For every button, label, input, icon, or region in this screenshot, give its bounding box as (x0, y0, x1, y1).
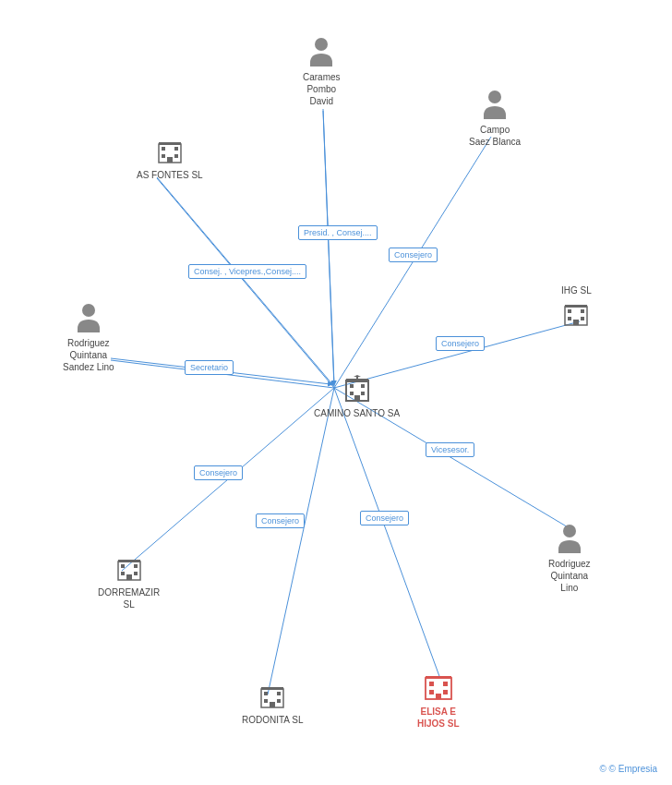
center-node-label: CAMINO SANTO SA (314, 407, 400, 419)
svg-rect-32 (568, 309, 571, 313)
building-icon-as-fontes (155, 137, 185, 166)
svg-rect-14 (350, 384, 354, 388)
node-rodonita-sl[interactable]: RODONITA SL (242, 682, 304, 726)
svg-rect-26 (174, 147, 178, 151)
svg-rect-46 (118, 560, 140, 562)
rel-box-presid-consej[interactable]: Presid. , Consej.... (298, 225, 378, 240)
building-icon-ihg (561, 299, 591, 329)
node-ihg-sl[interactable]: IHG SL (561, 282, 592, 329)
svg-rect-57 (429, 690, 434, 694)
center-building-icon (342, 375, 372, 405)
svg-rect-27 (162, 154, 165, 158)
node-dorremazir-sl[interactable]: DORREMAZIRSL (98, 554, 160, 610)
svg-rect-35 (581, 317, 584, 320)
svg-rect-41 (121, 564, 125, 568)
svg-rect-58 (443, 690, 448, 694)
svg-rect-59 (436, 694, 441, 699)
label-ihg-sl-top: IHG SL (561, 284, 592, 296)
svg-line-8 (157, 178, 334, 388)
person-icon-rodriguez-left (74, 301, 103, 334)
node-campo-saez-blanca[interactable]: CampoSaez Blanca (469, 88, 521, 148)
node-as-fontes-sl[interactable]: AS FONTES SL (137, 137, 203, 181)
label-as-fontes-sl: AS FONTES SL (137, 169, 203, 181)
center-node-camino-santo-sa[interactable]: CAMINO SANTO SA (314, 375, 400, 419)
svg-rect-49 (277, 692, 281, 695)
building-icon-rodonita (258, 682, 287, 711)
rel-box-consejero-campo[interactable]: Consejero (389, 248, 438, 262)
svg-rect-30 (159, 142, 181, 145)
svg-rect-17 (361, 392, 365, 395)
label-rodriguez-quintana-lino: RodriguezQuintanaLino (548, 558, 591, 594)
rel-box-consejero-ihg[interactable]: Consejero (436, 336, 485, 351)
svg-line-9 (323, 109, 334, 383)
watermark: © © Empresia (599, 764, 657, 774)
node-elisa-e-hijos-sl[interactable]: ELISA EHIJOS SL (417, 670, 460, 730)
rel-box-vicesecr[interactable]: Vicesesor. (426, 442, 474, 457)
svg-rect-25 (162, 147, 165, 151)
svg-rect-36 (573, 320, 579, 325)
rel-box-consej-vicepres[interactable]: Consej. , Vicepres.,Consej.... (188, 264, 306, 279)
svg-rect-56 (443, 682, 448, 686)
label-elisa-e-hijos-sl: ELISA EHIJOS SL (417, 706, 460, 730)
svg-rect-16 (350, 392, 354, 395)
svg-rect-28 (174, 154, 178, 158)
rel-box-secretario[interactable]: Secretario (185, 360, 234, 375)
svg-point-39 (563, 525, 576, 537)
person-icon-rodriguez-right (555, 522, 584, 555)
svg-rect-29 (167, 157, 173, 163)
svg-line-5 (268, 388, 334, 694)
person-icon-campo (480, 88, 510, 121)
node-rodriguez-sandez-lino[interactable]: RodriguezQuintanaSandez Lino (63, 301, 114, 373)
watermark-brand: © Empresia (609, 764, 657, 774)
building-icon-dorremazir (114, 554, 144, 584)
building-icon-elisa-orange (422, 670, 455, 703)
svg-rect-19 (346, 379, 368, 382)
svg-line-4 (334, 388, 440, 679)
svg-rect-53 (261, 687, 283, 690)
svg-marker-21 (354, 375, 361, 377)
watermark-copyright: © (599, 764, 606, 774)
svg-rect-18 (354, 395, 360, 401)
svg-rect-52 (270, 702, 275, 707)
svg-rect-34 (568, 317, 571, 320)
label-rodonita-sl: RODONITA SL (242, 714, 304, 726)
svg-point-23 (488, 91, 501, 103)
svg-rect-42 (134, 564, 138, 568)
svg-rect-33 (581, 309, 584, 313)
svg-rect-45 (126, 574, 132, 580)
svg-rect-51 (277, 699, 281, 703)
svg-rect-60 (426, 676, 451, 679)
svg-point-22 (315, 38, 328, 51)
label-carames-pombo-david: CaramesPomboDavid (303, 71, 341, 107)
label-campo-saez-blanca: CampoSaez Blanca (469, 124, 521, 148)
label-dorremazir-sl: DORREMAZIRSL (98, 586, 160, 610)
svg-rect-50 (264, 699, 268, 703)
svg-rect-15 (361, 384, 365, 388)
svg-point-38 (82, 304, 95, 317)
rel-box-consejero-dorre[interactable]: Consejero (194, 465, 243, 480)
svg-rect-55 (429, 682, 434, 686)
network-graph: CAMINO SANTO SA CaramesPomboDavid CampoS… (0, 0, 672, 785)
node-carames-pombo-david[interactable]: CaramesPomboDavid (303, 35, 341, 107)
svg-line-12 (157, 177, 332, 384)
svg-rect-43 (121, 572, 125, 575)
label-rodriguez-sandez-lino: RodriguezQuintanaSandez Lino (63, 337, 114, 373)
svg-rect-48 (264, 692, 268, 695)
person-icon-carames (306, 35, 336, 68)
svg-rect-44 (134, 572, 138, 575)
rel-box-consejero-elisa[interactable]: Consejero (360, 511, 409, 525)
svg-rect-37 (565, 305, 587, 308)
node-rodriguez-quintana-lino[interactable]: RodriguezQuintanaLino (548, 522, 591, 594)
rel-box-consejero-rodo[interactable]: Consejero (256, 513, 305, 528)
svg-line-0 (323, 111, 334, 388)
